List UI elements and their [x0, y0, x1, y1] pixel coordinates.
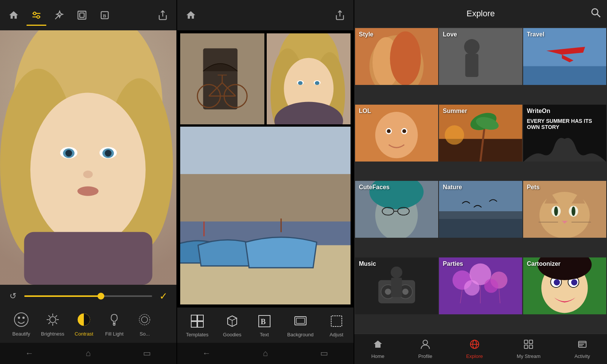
svg-point-24: [105, 150, 112, 157]
filllight-label: Fill Light: [105, 331, 123, 337]
collage-home-nav-button[interactable]: ⌂: [254, 346, 277, 361]
photo-display: [0, 30, 176, 285]
collage-display: [177, 30, 354, 308]
text-label: Text: [260, 332, 269, 337]
nav-profile[interactable]: Profile: [412, 336, 439, 362]
nav-home[interactable]: Home: [365, 336, 391, 362]
wand-button[interactable]: [49, 5, 69, 25]
grid-item-nature[interactable]: Nature: [439, 181, 522, 238]
svg-point-23: [65, 150, 72, 157]
bold-button[interactable]: B: [95, 5, 115, 25]
svg-point-150: [571, 279, 577, 285]
panel-editor: B: [0, 0, 177, 364]
contrast-icon: [75, 311, 93, 329]
svg-rect-72: [191, 315, 197, 321]
svg-text:B: B: [261, 317, 266, 326]
svg-line-78: [232, 318, 237, 320]
text-icon: B: [256, 313, 273, 329]
collage-toolbar: [177, 0, 354, 30]
tool-brightness[interactable]: Brightness: [36, 308, 69, 340]
soften-icon: [135, 311, 154, 329]
svg-rect-157: [529, 340, 533, 344]
back-button[interactable]: ←: [18, 346, 41, 361]
tool-text[interactable]: B Text: [250, 311, 279, 340]
grid-item-love[interactable]: Love: [439, 28, 522, 85]
frame-button[interactable]: [72, 5, 92, 25]
collage-back-button[interactable]: ←: [195, 346, 218, 361]
tool-adjust[interactable]: Adjust: [322, 311, 351, 340]
nav-explore[interactable]: Explore: [460, 336, 489, 362]
home-button[interactable]: [4, 5, 24, 25]
grid-item-summer[interactable]: Summer: [439, 105, 522, 162]
grid-item-lol[interactable]: LOL: [355, 105, 438, 162]
svg-point-134: [391, 266, 403, 278]
undo-button[interactable]: ↺: [6, 289, 20, 303]
lol-label: LOL: [359, 108, 371, 115]
svg-text:B: B: [103, 13, 106, 19]
svg-rect-82: [296, 318, 305, 323]
svg-rect-8: [80, 13, 84, 17]
tool-templates[interactable]: Templates: [180, 311, 214, 340]
grid-item-pets[interactable]: Pets: [523, 181, 606, 238]
editor-toolbar: B: [0, 0, 176, 30]
adjust-button[interactable]: [27, 5, 46, 25]
collage-share-button[interactable]: [330, 5, 350, 25]
svg-line-38: [55, 315, 57, 317]
svg-point-31: [50, 317, 56, 323]
collage-recents-button[interactable]: ▭: [313, 346, 336, 361]
templates-icon: [189, 313, 206, 329]
home-nav-label: Home: [371, 353, 385, 359]
tool-beautify[interactable]: Beautify: [6, 308, 36, 340]
tool-filllight[interactable]: Fill Light: [99, 308, 129, 340]
tool-contrast[interactable]: Contrast: [69, 308, 99, 340]
home-nav-button[interactable]: ⌂: [77, 346, 100, 361]
adjust-label: Adjust: [330, 332, 343, 337]
grid-item-music[interactable]: Music: [355, 257, 438, 314]
explore-content: Explore Style: [354, 0, 607, 364]
grid-item-writeon[interactable]: WriteOn EVERY SUMMER HAS ITS OWN STORY: [523, 105, 606, 162]
collage-cell-boats[interactable]: [180, 127, 351, 304]
cartoonizer-label: Cartoonizer: [527, 260, 561, 267]
grid-item-cartoonizer[interactable]: Cartoonizer: [523, 257, 606, 314]
tool-goodies[interactable]: Goodies: [217, 311, 247, 340]
brightness-slider[interactable]: [24, 295, 152, 297]
svg-point-25: [83, 171, 93, 178]
collage-home-button[interactable]: [181, 5, 201, 25]
svg-rect-118: [439, 219, 522, 238]
grid-item-cutefaces[interactable]: CuteFaces: [355, 181, 438, 238]
svg-point-28: [14, 313, 28, 326]
grid-item-parties[interactable]: Parties: [439, 257, 522, 314]
soften-label: So...: [140, 331, 150, 337]
explore-nav-icon: [469, 339, 480, 352]
svg-line-36: [48, 315, 50, 317]
cutefaces-label: CuteFaces: [359, 184, 390, 191]
music-label: Music: [359, 260, 376, 267]
tool-soften[interactable]: So...: [129, 308, 160, 340]
mystream-nav-icon: [523, 339, 534, 352]
svg-rect-96: [523, 66, 606, 85]
recents-button[interactable]: ▭: [136, 346, 159, 361]
nav-activity[interactable]: Activity: [568, 336, 596, 362]
collage-cell-girl[interactable]: [267, 33, 351, 124]
brightness-icon: [44, 311, 62, 329]
grid-item-travel[interactable]: Travel: [523, 28, 606, 85]
explore-bottom-nav: Home Profile: [354, 334, 607, 364]
svg-point-89: [390, 31, 421, 85]
collage-cell-bike[interactable]: [180, 33, 264, 124]
grid-item-style[interactable]: Style: [355, 28, 438, 85]
svg-rect-92: [465, 54, 479, 77]
search-button[interactable]: [590, 7, 601, 20]
svg-point-84: [592, 9, 598, 15]
beautify-icon: [12, 311, 30, 329]
nav-mystream[interactable]: My Stream: [511, 336, 547, 362]
brightness-label: Brightness: [41, 331, 64, 337]
svg-line-39: [48, 322, 50, 324]
confirm-button[interactable]: ✓: [157, 289, 170, 303]
background-label: Background: [287, 332, 313, 337]
svg-point-62: [298, 81, 302, 85]
svg-point-0: [33, 12, 36, 15]
tool-background[interactable]: Background: [281, 311, 319, 340]
share-button[interactable]: [153, 5, 173, 25]
controls-area: ↺ ✓ Beautify: [0, 285, 176, 343]
svg-point-123: [554, 207, 558, 216]
